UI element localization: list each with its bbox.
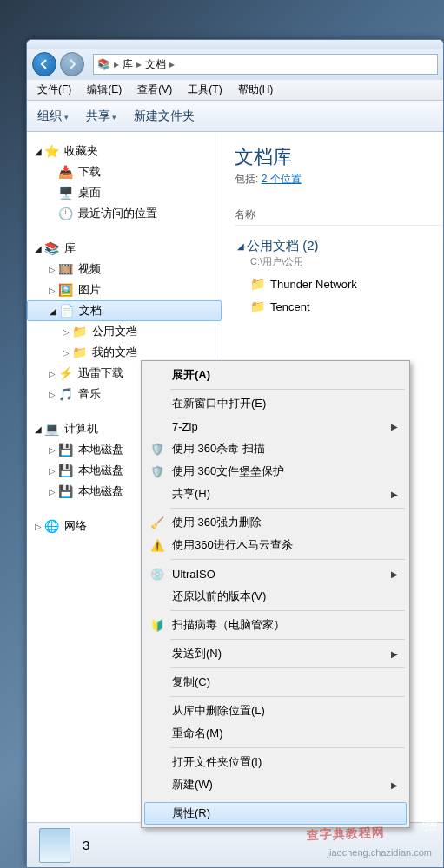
breadcrumb-item[interactable]: 库 (123, 57, 133, 72)
tree-public-docs[interactable]: ▷📁公用文档 (27, 321, 222, 342)
organize-button[interactable]: 组织 (37, 108, 69, 124)
downloads-icon: 📥 (58, 165, 73, 179)
expander-icon[interactable]: ▷ (60, 348, 72, 358)
submenu-arrow-icon: ▶ (391, 649, 398, 659)
context-menu: 展开(A) 在新窗口中打开(E) 7-Zip▶ 🛡️使用 360杀毒 扫描 🛡️… (141, 360, 410, 828)
menu-edit[interactable]: 编辑(E) (82, 81, 127, 99)
expander-icon[interactable]: ◢ (32, 147, 44, 156)
library-subtitle: 包括: 2 个位置 (235, 172, 443, 187)
cm-7zip[interactable]: 7-Zip▶ (144, 415, 407, 437)
tree-documents[interactable]: ◢📄文档 (27, 300, 222, 321)
forward-button[interactable] (60, 52, 84, 76)
new-folder-button[interactable]: 新建文件夹 (134, 108, 195, 124)
submenu-arrow-icon: ▶ (391, 780, 398, 790)
cm-360-force-delete[interactable]: 🧹使用 360强力删除 (144, 511, 407, 534)
cm-copy[interactable]: 复制(C) (144, 671, 407, 694)
pictures-icon: 🖼️ (58, 283, 73, 297)
chevron-right-icon: ▸ (114, 58, 119, 70)
expander-icon[interactable]: ◢ (32, 424, 44, 434)
back-button[interactable] (32, 52, 56, 76)
expander-icon[interactable]: ◢ (32, 244, 44, 253)
drive-icon: 💾 (58, 443, 73, 457)
library-icon: 📚 (44, 241, 59, 255)
shield-icon: 🛡️ (149, 464, 165, 479)
menu-view[interactable]: 查看(V) (132, 81, 177, 99)
menu-bar: 文件(F) 编辑(E) 查看(V) 工具(T) 帮助(H) (27, 80, 443, 101)
cm-open-new-window[interactable]: 在新窗口中打开(E) (144, 392, 407, 415)
cm-expand[interactable]: 展开(A) (144, 364, 407, 386)
menu-help[interactable]: 帮助(H) (233, 81, 279, 99)
tree-recent[interactable]: 🕘最近访问的位置 (27, 203, 222, 224)
expander-icon[interactable]: ▷ (46, 265, 58, 274)
star-icon: ⭐ (44, 144, 59, 158)
cm-360-scan[interactable]: 🛡️使用 360杀毒 扫描 (144, 437, 407, 460)
tree-favorites[interactable]: ◢⭐收藏夹 (27, 141, 222, 161)
folder-icon: 📁 (250, 299, 265, 313)
group-path: C:\用户\公用 (250, 255, 443, 268)
tree-downloads[interactable]: 📥下载 (27, 161, 222, 182)
library-title: 文档库 (235, 144, 443, 170)
network-icon: 🌐 (44, 519, 59, 533)
submenu-arrow-icon: ▶ (391, 490, 398, 499)
disc-icon: 💿 (149, 566, 165, 582)
share-button[interactable]: 共享 (86, 108, 117, 124)
group-header[interactable]: ◢公用文档 (2) (235, 238, 443, 254)
tree-desktop[interactable]: 🖥️桌面 (27, 182, 222, 203)
thunder-icon: ⚡ (58, 366, 73, 380)
music-icon: 🎵 (58, 387, 73, 401)
locations-link[interactable]: 2 个位置 (262, 173, 302, 185)
column-header-name[interactable]: 名称 (235, 207, 443, 226)
expander-icon[interactable]: ◢ (235, 241, 247, 251)
nav-bar: 📚 ▸ 库 ▸ 文档 ▸ (27, 49, 443, 80)
drive-icon: 💾 (58, 464, 73, 477)
desktop-icon: 🖥️ (58, 186, 73, 200)
cm-send-to[interactable]: 发送到(N)▶ (144, 642, 407, 665)
tree-videos[interactable]: ▷🎞️视频 (27, 259, 222, 279)
chevron-right-icon: ▸ (169, 58, 175, 70)
expander-icon[interactable]: ▷ (32, 522, 44, 531)
expander-icon[interactable]: ▷ (46, 369, 58, 378)
drive-icon: 💾 (58, 484, 73, 498)
cm-360-fortress[interactable]: 🛡️使用 360文件堡垒保护 (144, 460, 407, 483)
submenu-arrow-icon: ▶ (391, 422, 398, 431)
library-icon (39, 828, 70, 863)
breadcrumb-item[interactable]: 文档 (145, 57, 166, 72)
shield-icon: 🛡️ (149, 441, 165, 457)
tree-pictures[interactable]: ▷🖼️图片 (27, 279, 222, 300)
watermark-url: jiaocheng.chazidian.com (328, 847, 432, 858)
cm-ultraiso[interactable]: 💿UltraISO▶ (144, 562, 407, 585)
list-item[interactable]: 📁Thunder Network (250, 277, 443, 291)
address-bar[interactable]: 📚 ▸ 库 ▸ 文档 ▸ (93, 54, 438, 75)
menu-file[interactable]: 文件(F) (32, 81, 76, 99)
status-count: 3 (83, 838, 89, 852)
cm-new[interactable]: 新建(W)▶ (144, 773, 407, 796)
shield-icon: 🔰 (149, 617, 165, 633)
cm-open-folder-location[interactable]: 打开文件夹位置(I) (144, 751, 407, 773)
cm-share[interactable]: 共享(H)▶ (144, 483, 407, 505)
cm-virus-scan[interactable]: 🔰扫描病毒（电脑管家） (144, 614, 407, 636)
expander-icon[interactable]: ◢ (47, 306, 59, 316)
warning-icon: ⚠️ (149, 537, 165, 553)
expander-icon[interactable]: ▷ (46, 390, 58, 399)
expander-icon[interactable]: ▷ (46, 286, 58, 295)
watermark-side: Bai du 经验 (420, 727, 441, 807)
list-item[interactable]: 📁Tencent (250, 299, 443, 313)
window-titlebar (27, 40, 443, 49)
chevron-right-icon: ▸ (136, 58, 142, 70)
expander-icon[interactable]: ▷ (46, 466, 58, 476)
tree-libraries[interactable]: ◢📚库 (27, 238, 222, 259)
cm-rename[interactable]: 重命名(M) (144, 722, 407, 745)
cm-remove-from-library[interactable]: 从库中删除位置(L) (144, 700, 407, 722)
folder-icon: 📁 (250, 277, 265, 291)
expander-icon[interactable]: ▷ (60, 327, 72, 337)
computer-icon: 💻 (44, 422, 59, 436)
cm-360-cloud-check[interactable]: ⚠️使用360进行木马云查杀 (144, 534, 407, 556)
expander-icon[interactable]: ▷ (46, 487, 58, 496)
expander-icon[interactable]: ▷ (46, 445, 58, 455)
cm-properties[interactable]: 属性(R) (144, 802, 407, 825)
library-icon: 📚 (97, 58, 110, 70)
folder-icon: 📁 (72, 345, 87, 359)
menu-tools[interactable]: 工具(T) (182, 81, 227, 99)
folder-icon: 📁 (72, 325, 87, 339)
cm-restore-versions[interactable]: 还原以前的版本(V) (144, 585, 407, 608)
